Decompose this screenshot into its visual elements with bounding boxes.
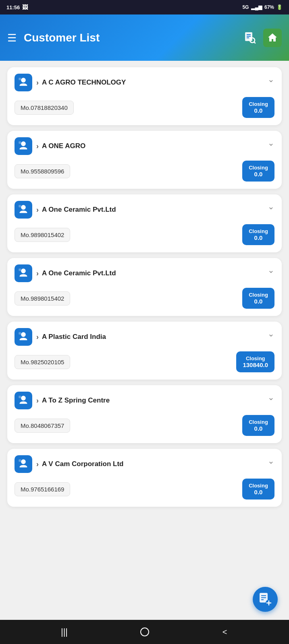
svg-rect-11 (19, 205, 21, 207)
customer-card[interactable]: ⌄ › A C AGRO TECHNOLOGY Mo.07818820340 C… (7, 67, 282, 125)
phone-number: Mo.9558809596 (15, 164, 70, 178)
closing-badge: Closing 0.0 (242, 479, 274, 500)
avatar-icon (15, 74, 32, 91)
closing-value: 0.0 (249, 425, 268, 432)
nav-back-button[interactable]: < (217, 624, 233, 640)
customer-card[interactable]: ⌄ › A One Ceramic Pvt.Ltd Mo.9898015402 … (7, 194, 282, 252)
customer-name: A V Cam Corporation Ltd (42, 460, 274, 468)
closing-label: Closing (249, 101, 268, 107)
customer-name: A C AGRO TECHNOLOGY (42, 78, 274, 87)
header-icons (241, 29, 282, 47)
phone-number: Mo.9765166169 (15, 482, 70, 496)
page-title: Customer List (24, 31, 241, 44)
avatar-icon (15, 137, 32, 155)
network-type: 5G (242, 4, 249, 10)
closing-label: Closing (249, 165, 268, 171)
person-icon (18, 140, 29, 152)
phone-number: Mo.07818820340 (15, 101, 74, 115)
status-time: 11:56 (6, 4, 20, 10)
expand-icon: › (36, 396, 39, 405)
svg-rect-15 (19, 332, 21, 334)
expand-icon: › (36, 333, 39, 341)
closing-badge: Closing 0.0 (242, 224, 274, 245)
customer-name: A ONE AGRO (42, 142, 274, 150)
customer-card[interactable]: ⌄ › A V Cam Corporation Ltd Mo.976516616… (7, 449, 282, 507)
closing-value: 130840.0 (243, 361, 268, 368)
person-icon (18, 204, 29, 215)
closing-badge: Closing 0.0 (242, 161, 274, 182)
svg-rect-27 (141, 628, 149, 636)
card-header: › A Plastic Card India (15, 328, 274, 346)
closing-label: Closing (249, 483, 268, 489)
customer-card[interactable]: ⌄ › A To Z Spring Centre Mo.8048067357 C… (7, 385, 282, 443)
app-header: ☰ Customer List (0, 14, 289, 61)
customer-card[interactable]: ⌄ › A One Ceramic Pvt.Ltd Mo.9898015402 … (7, 258, 282, 316)
avatar-icon (15, 264, 32, 282)
chevron-down-icon[interactable]: ⌄ (268, 456, 274, 466)
phone-number: Mo.9898015402 (15, 291, 70, 305)
status-right: 5G ▂▄▆ 67% 🔋 (242, 4, 283, 10)
svg-line-5 (254, 42, 255, 43)
chevron-down-icon[interactable]: ⌄ (268, 74, 274, 84)
phone-number: Mo.9825020105 (15, 355, 70, 369)
closing-badge: Closing 130840.0 (236, 351, 274, 372)
expand-icon: › (36, 269, 39, 278)
gallery-icon: 🖼 (22, 4, 28, 10)
closing-label: Closing (249, 228, 268, 234)
closing-label: Closing (249, 292, 268, 298)
avatar-icon (15, 392, 32, 409)
customer-name: A Plastic Card India (42, 333, 274, 341)
add-doc-icon (258, 592, 272, 607)
expand-icon: › (36, 206, 39, 214)
person-icon (18, 458, 29, 470)
status-bar: 11:56 🖼 5G ▂▄▆ 67% 🔋 (0, 0, 289, 14)
home-button[interactable] (263, 29, 282, 47)
search-doc-button[interactable] (241, 29, 258, 46)
closing-label: Closing (249, 419, 268, 425)
signal-bars: ▂▄▆ (251, 4, 262, 10)
card-body: Mo.9898015402 Closing 0.0 (15, 288, 274, 309)
card-body: Mo.8048067357 Closing 0.0 (15, 415, 274, 436)
chevron-down-icon[interactable]: ⌄ (268, 329, 274, 339)
svg-rect-7 (19, 78, 21, 80)
svg-rect-9 (19, 141, 21, 144)
person-icon (18, 268, 29, 279)
nav-home-icon (139, 626, 150, 638)
chevron-down-icon[interactable]: ⌄ (268, 138, 274, 148)
card-header: › A To Z Spring Centre (15, 392, 274, 409)
closing-label: Closing (243, 355, 268, 361)
chevron-down-icon[interactable]: ⌄ (268, 265, 274, 275)
card-header: › A C AGRO TECHNOLOGY (15, 74, 274, 91)
customer-list-content: ⌄ › A C AGRO TECHNOLOGY Mo.07818820340 C… (0, 61, 289, 620)
closing-value: 0.0 (249, 298, 268, 305)
add-customer-fab[interactable] (253, 587, 278, 612)
battery-icon: 🔋 (277, 4, 283, 10)
menu-button[interactable]: ☰ (7, 33, 17, 43)
nav-home-button[interactable] (137, 624, 153, 640)
nav-back-icon: < (222, 627, 227, 637)
nav-menu-button[interactable]: ||| (56, 624, 73, 640)
person-icon (18, 331, 29, 343)
card-body: Mo.9558809596 Closing 0.0 (15, 161, 274, 182)
home-icon (267, 32, 278, 43)
closing-badge: Closing 0.0 (242, 415, 274, 436)
card-body: Mo.9765166169 Closing 0.0 (15, 479, 274, 500)
svg-rect-19 (19, 459, 21, 462)
person-icon (18, 395, 29, 406)
card-header: › A One Ceramic Pvt.Ltd (15, 264, 274, 282)
customer-name: A To Z Spring Centre (42, 396, 274, 405)
customer-card[interactable]: ⌄ › A ONE AGRO Mo.9558809596 Closing 0.0 (7, 131, 282, 189)
customer-name: A One Ceramic Pvt.Ltd (42, 269, 274, 277)
search-doc-icon (243, 31, 256, 44)
svg-rect-13 (19, 268, 21, 271)
closing-value: 0.0 (249, 234, 268, 241)
expand-icon: › (36, 78, 39, 87)
card-body: Mo.9898015402 Closing 0.0 (15, 224, 274, 245)
closing-value: 0.0 (249, 107, 268, 114)
chevron-down-icon[interactable]: ⌄ (268, 202, 274, 211)
card-body: Mo.9825020105 Closing 130840.0 (15, 351, 274, 372)
customer-card[interactable]: ⌄ › A Plastic Card India Mo.9825020105 C… (7, 322, 282, 380)
expand-icon: › (36, 460, 39, 469)
card-header: › A One Ceramic Pvt.Ltd (15, 201, 274, 219)
chevron-down-icon[interactable]: ⌄ (268, 392, 274, 402)
